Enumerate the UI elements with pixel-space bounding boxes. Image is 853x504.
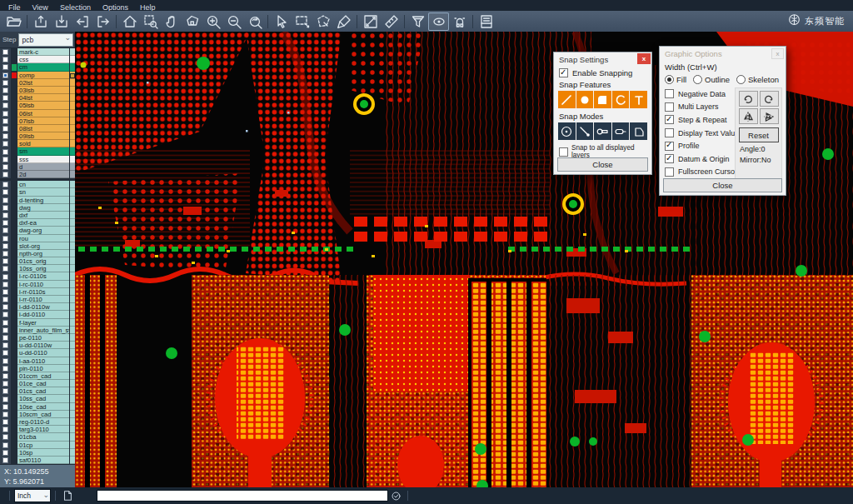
save-up-icon[interactable] — [30, 12, 51, 31]
layer-row-css[interactable]: css — [0, 56, 75, 63]
layer-visibility-checkbox[interactable] — [0, 319, 11, 327]
layer-visibility-checkbox[interactable] — [0, 442, 11, 449]
layer-row-2d[interactable]: 2d — [0, 171, 75, 178]
layer-row-04lst[interactable]: 04lst — [0, 94, 75, 102]
rect-select-icon[interactable] — [292, 12, 312, 31]
snap-surface-icon[interactable] — [594, 91, 611, 108]
layer-row-i-rc-0110s[interactable]: i-rc-0110s — [0, 272, 75, 280]
select-arrow-icon[interactable] — [271, 12, 292, 31]
layer-row-u-dd-0110w[interactable]: u-dd-0110w — [0, 342, 75, 349]
layer-row-05lsb[interactable]: 05lsb — [0, 102, 75, 109]
layer-visibility-checkbox[interactable] — [0, 63, 11, 71]
option-profile[interactable]: Profile — [660, 139, 738, 152]
measure-icon[interactable] — [360, 12, 381, 31]
layer-row-npth-org[interactable]: npth-org — [0, 250, 75, 257]
snap-contour-icon[interactable] — [630, 122, 647, 140]
layer-visibility-checkbox[interactable] — [0, 303, 11, 311]
zoom-out-icon[interactable] — [223, 12, 244, 31]
checkbox[interactable] — [665, 115, 674, 124]
layer-visibility-checkbox[interactable] — [0, 250, 11, 257]
layer-visibility-checkbox[interactable] — [0, 357, 11, 365]
save-down-icon[interactable] — [51, 12, 72, 31]
layer-visibility-checkbox[interactable] — [0, 56, 11, 63]
layer-row-01ce_cad[interactable]: 01ce_cad — [0, 380, 75, 387]
step-dropdown[interactable]: pcb ⌄ — [18, 33, 73, 47]
rotate-ccw-icon[interactable] — [760, 91, 779, 107]
snap-key-icon[interactable] — [594, 122, 611, 140]
layer-row-cn[interactable]: cn — [0, 181, 75, 188]
enable-snapping-checkbox[interactable] — [559, 68, 568, 77]
layer-visibility-checkbox[interactable] — [0, 79, 11, 87]
rotate-cw-icon[interactable] — [739, 91, 758, 107]
option-step-repeat[interactable]: Step & Repeat — [660, 113, 738, 127]
layer-visibility-checkbox[interactable] — [0, 288, 11, 296]
export-icon[interactable] — [92, 12, 113, 31]
magnet-icon[interactable] — [449, 12, 470, 31]
layer-visibility-checkbox[interactable] — [0, 212, 11, 219]
layer-visibility-checkbox[interactable] — [0, 132, 11, 140]
layer-row-06lst[interactable]: 06lst — [0, 110, 75, 117]
snap-close-button[interactable]: Close — [557, 157, 648, 172]
layer-visibility-checkbox[interactable] — [0, 380, 11, 387]
layer-row-i-dd-0110w[interactable]: i-dd-0110w — [0, 303, 75, 311]
option-display-text-value[interactable]: Display Text Value — [660, 127, 738, 140]
graphic-close-button[interactable]: Close — [663, 178, 782, 192]
ruler-icon[interactable] — [381, 12, 402, 31]
filter-icon[interactable] — [407, 12, 428, 31]
layer-visibility-checkbox[interactable] — [0, 372, 11, 380]
layer-visibility-checkbox[interactable] — [0, 334, 11, 342]
layer-visibility-checkbox[interactable] — [0, 327, 11, 334]
layer-visibility-checkbox[interactable] — [0, 227, 11, 234]
layer-visibility-checkbox[interactable] — [0, 411, 11, 418]
home-icon[interactable] — [119, 12, 140, 31]
layer-row-dwg[interactable]: dwg — [0, 204, 75, 212]
snap-line-icon[interactable] — [558, 91, 576, 108]
layer-visibility-checkbox[interactable] — [0, 418, 11, 426]
layer-visibility-checkbox[interactable] — [0, 449, 11, 457]
zoom-in-icon[interactable] — [202, 12, 223, 31]
zoom-previous-icon[interactable] — [244, 12, 265, 31]
apply-command-icon[interactable] — [388, 489, 403, 502]
layer-row-u-dd-0110[interactable]: u-dd-0110 — [0, 349, 75, 357]
close-icon[interactable]: x — [637, 53, 651, 64]
zoom-window-icon[interactable] — [140, 12, 161, 31]
open-folder-icon[interactable] — [3, 12, 24, 31]
layer-row-10scm_cad[interactable]: 10scm_cad — [0, 411, 75, 418]
snap-text-icon[interactable] — [630, 91, 647, 108]
layer-row-01cp[interactable]: 01cp — [0, 442, 75, 449]
layer-row-02lst[interactable]: 02lst — [0, 79, 75, 87]
layer-visibility-checkbox[interactable] — [0, 102, 11, 109]
layer-row-10sp[interactable]: 10sp — [0, 449, 75, 457]
layer-row-i-rc-0110[interactable]: i-rc-0110 — [0, 281, 75, 288]
layer-visibility-checkbox[interactable] — [0, 147, 11, 155]
layer-row-dxf[interactable]: dxf — [0, 212, 75, 219]
layer-row-01cba[interactable]: 01cba — [0, 433, 75, 441]
layer-visibility-checkbox[interactable] — [0, 110, 11, 117]
radio-dot[interactable] — [665, 75, 674, 84]
layer-row-09lsb[interactable]: 09lsb — [0, 132, 75, 140]
option-negative-data[interactable]: Negative Data — [660, 87, 738, 101]
option-fullscreen-cursor[interactable]: Fullscreen Cursor — [660, 166, 738, 179]
layer-row-10ss_orig[interactable]: 10ss_orig — [0, 265, 75, 272]
reset-button[interactable]: Reset — [739, 127, 779, 142]
layer-visibility-checkbox[interactable] — [0, 433, 11, 441]
layer-visibility-checkbox[interactable] — [0, 188, 11, 196]
layer-row-i-dd-0110[interactable]: i-dd-0110 — [0, 311, 75, 318]
option-multi-layers[interactable]: Multi Layers — [660, 101, 738, 114]
layer-row-01ccm_cad[interactable]: 01ccm_cad — [0, 372, 75, 380]
snap-edge-icon[interactable] — [576, 122, 594, 140]
option-datum-origin[interactable]: Datum & Origin — [660, 152, 738, 166]
radio-dot[interactable] — [693, 75, 702, 84]
layer-row-sss[interactable]: sss — [0, 156, 75, 163]
layer-visibility-checkbox[interactable] — [0, 403, 11, 411]
snap-all-layers-checkbox[interactable] — [559, 147, 568, 157]
layer-visibility-checkbox[interactable] — [0, 181, 11, 188]
snap-arc-icon[interactable] — [612, 91, 630, 108]
close-icon[interactable]: x — [771, 48, 784, 59]
pan-hand-icon[interactable] — [161, 12, 182, 31]
layer-visibility-checkbox[interactable] — [0, 457, 11, 464]
layer-visibility-checkbox[interactable] — [0, 72, 11, 79]
mirror-vertical-icon[interactable] — [760, 108, 779, 124]
layer-row-rou[interactable]: rou — [0, 235, 75, 242]
radio-outline[interactable]: Outline — [693, 75, 730, 84]
